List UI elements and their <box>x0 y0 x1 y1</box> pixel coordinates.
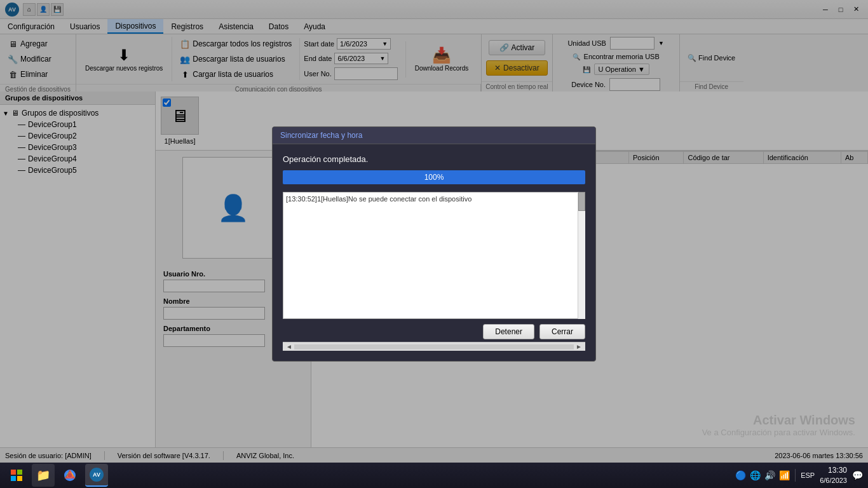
progress-bar-bg: 100% <box>283 170 585 184</box>
tray-sep <box>795 469 796 482</box>
modal-close-button[interactable]: Cerrar <box>539 324 585 339</box>
file-explorer-icon: 📁 <box>36 468 50 482</box>
taskbar-file-explorer[interactable]: 📁 <box>32 464 55 487</box>
modal-title-bar: Sincronizar fecha y hora <box>273 127 595 144</box>
log-scrollbar[interactable] <box>578 192 585 319</box>
modal-overlay: Sincronizar fecha y hora Operación compl… <box>0 0 868 488</box>
windows-logo <box>11 470 22 481</box>
log-container: [13:30:52]1[Huellas]No se puede conectar… <box>283 192 585 319</box>
taskbar-right: 🔵 🌐 🔊 📶 ESP 13:30 6/6/2023 💬 <box>735 466 863 485</box>
taskbar-chrome[interactable] <box>58 464 81 487</box>
hscroll-left-btn[interactable]: ◄ <box>284 343 294 350</box>
tray-volume-icon[interactable]: 🔊 <box>764 470 775 480</box>
modal-footer: Detener Cerrar <box>283 319 585 342</box>
progress-bar-fill: 100% <box>283 170 585 184</box>
taskbar-left: 📁 AV <box>5 464 108 487</box>
modal-stop-button[interactable]: Detener <box>483 324 534 339</box>
anviz-taskbar-icon: AV <box>90 468 104 482</box>
chrome-icon <box>64 469 76 482</box>
language-indicator[interactable]: ESP <box>801 471 815 479</box>
tray-icons: 🔵 🌐 🔊 📶 <box>735 470 790 480</box>
modal-status: Operación completada. <box>283 154 585 164</box>
taskbar-anviz-app[interactable]: AV <box>85 464 108 487</box>
tray-network-icon[interactable]: 🌐 <box>750 470 761 480</box>
tray-wifi-icon[interactable]: 📶 <box>779 470 790 480</box>
modal-log[interactable]: [13:30:52]1[Huellas]No se puede conectar… <box>283 192 585 319</box>
modal-hscrollbar[interactable]: ◄ ► <box>283 342 585 351</box>
tray-anviz-icon[interactable]: 🔵 <box>735 470 746 480</box>
taskbar-clock[interactable]: 13:30 6/6/2023 <box>820 466 847 485</box>
taskbar: 📁 AV 🔵 🌐 🔊 📶 <box>0 463 868 488</box>
svg-rect-2 <box>11 476 16 481</box>
notification-icon[interactable]: 💬 <box>852 470 863 480</box>
modal-dialog: Sincronizar fecha y hora Operación compl… <box>272 126 596 362</box>
svg-rect-1 <box>17 470 22 475</box>
log-scrollbar-thumb[interactable] <box>578 192 585 211</box>
modal-body: Operación completada. 100% [13:30:52]1[H… <box>273 144 595 361</box>
svg-rect-0 <box>11 470 16 475</box>
start-button[interactable] <box>5 464 28 487</box>
hscroll-right-btn[interactable]: ► <box>574 343 584 350</box>
hscroll-track[interactable] <box>294 344 574 349</box>
svg-rect-3 <box>17 476 22 481</box>
